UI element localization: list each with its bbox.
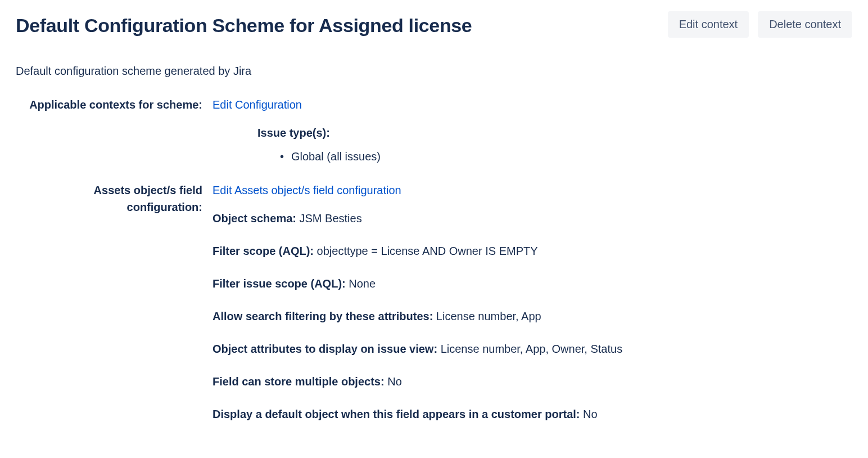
assets-detail-item: Filter scope (AQL): objecttype = License… <box>213 243 852 259</box>
detail-label: Object schema: <box>213 212 296 224</box>
assets-detail-item: Filter issue scope (AQL): None <box>213 275 852 292</box>
detail-label: Allow search filtering by these attribut… <box>213 310 433 322</box>
issue-types-heading: Issue type(s): <box>257 124 852 141</box>
detail-label: Field can store multiple objects: <box>213 375 385 388</box>
applicable-contexts-row: Applicable contexts for scheme: Edit Con… <box>16 96 852 165</box>
page-title: Default Configuration Scheme for Assigne… <box>16 11 472 40</box>
detail-value: JSM Besties <box>296 212 362 224</box>
delete-context-button[interactable]: Delete context <box>758 11 852 38</box>
assets-detail-item: Display a default object when this field… <box>213 406 852 423</box>
assets-config-row: Assets object/s field configuration: Edi… <box>16 182 852 438</box>
detail-value: objecttype = License AND Owner IS EMPTY <box>314 245 538 257</box>
detail-label: Filter issue scope (AQL): <box>213 277 346 290</box>
assets-detail-item: Allow search filtering by these attribut… <box>213 308 852 325</box>
detail-value: None <box>346 277 376 290</box>
detail-value: No <box>580 408 597 420</box>
detail-value: No <box>385 375 402 388</box>
detail-label: Filter scope (AQL): <box>213 245 314 257</box>
scheme-description: Default configuration scheme generated b… <box>16 62 852 79</box>
edit-assets-config-link[interactable]: Edit Assets object/s field configuration <box>213 184 401 196</box>
action-buttons: Edit context Delete context <box>668 11 852 38</box>
assets-detail-list: Object schema: JSM BestiesFilter scope (… <box>213 210 852 423</box>
assets-config-label: Assets object/s field configuration: <box>16 182 213 215</box>
detail-value: License number, App <box>433 310 541 322</box>
assets-detail-item: Object attributes to display on issue vi… <box>213 340 852 357</box>
detail-label: Display a default object when this field… <box>213 408 580 420</box>
edit-context-button[interactable]: Edit context <box>668 11 749 38</box>
assets-detail-item: Object schema: JSM Besties <box>213 210 852 227</box>
detail-label: Object attributes to display on issue vi… <box>213 343 437 355</box>
edit-configuration-link[interactable]: Edit Configuration <box>213 98 302 111</box>
detail-value: License number, App, Owner, Status <box>437 343 622 355</box>
issue-type-item: Global (all issues) <box>280 148 852 165</box>
applicable-contexts-label: Applicable contexts for scheme: <box>16 96 213 113</box>
assets-detail-item: Field can store multiple objects: No <box>213 373 852 390</box>
